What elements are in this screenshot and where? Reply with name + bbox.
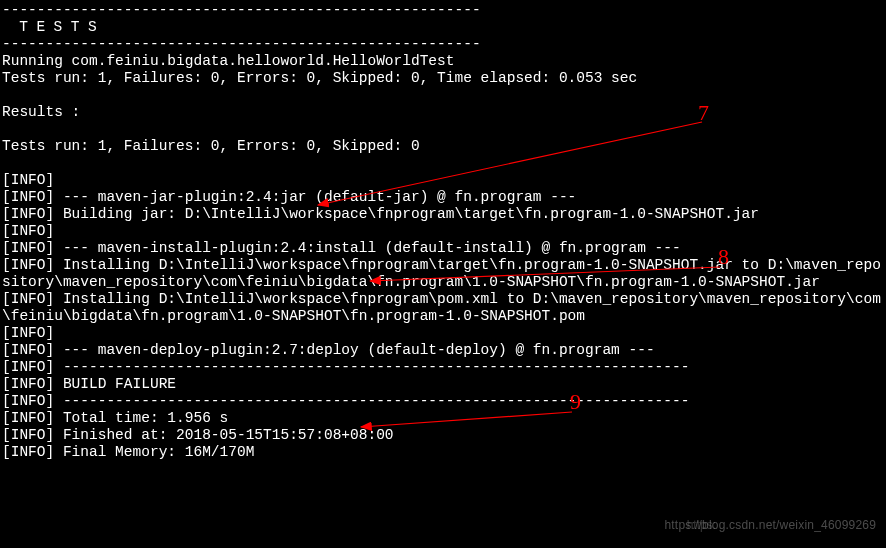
terminal-line: [INFO] ---------------------------------… [2, 393, 884, 410]
terminal-line: [INFO] BUILD FAILURE [2, 376, 884, 393]
terminal-line: TESTS [2, 19, 884, 36]
terminal-line: Tests run: 1, Failures: 0, Errors: 0, Sk… [2, 70, 884, 87]
terminal-line: [INFO] --- maven-install-plugin:2.4:inst… [2, 240, 884, 257]
watermark-text: https://blog.csdn.net/weixin_46099269 [664, 517, 876, 534]
terminal-line: [INFO] Installing D:\IntelliJ\workspace\… [2, 291, 884, 325]
terminal-line: ----------------------------------------… [2, 36, 884, 53]
terminal-line: [INFO] Total time: 1.956 s [2, 410, 884, 427]
terminal-line: Results : [2, 104, 884, 121]
terminal-line: [INFO] Building jar: D:\IntelliJ\workspa… [2, 206, 884, 223]
terminal-line [2, 155, 884, 172]
terminal-line: [INFO] ---------------------------------… [2, 359, 884, 376]
terminal-line: [INFO] [2, 223, 884, 240]
terminal-line: [INFO] Final Memory: 16M/170M [2, 444, 884, 461]
terminal-line: ----------------------------------------… [2, 2, 884, 19]
terminal-line: Running com.feiniu.bigdata.helloworld.He… [2, 53, 884, 70]
terminal-line: [INFO] [2, 172, 884, 189]
terminal-line: Tests run: 1, Failures: 0, Errors: 0, Sk… [2, 138, 884, 155]
terminal-output: ----------------------------------------… [0, 0, 886, 463]
terminal-line: [INFO] Installing D:\IntelliJ\workspace\… [2, 257, 884, 291]
terminal-line [2, 87, 884, 104]
terminal-line: [INFO] --- maven-jar-plugin:2.4:jar (def… [2, 189, 884, 206]
terminal-line [2, 121, 884, 138]
terminal-line: [INFO] [2, 325, 884, 342]
terminal-line: [INFO] --- maven-deploy-plugin:2.7:deplo… [2, 342, 884, 359]
terminal-line: [INFO] Finished at: 2018-05-15T15:57:08+… [2, 427, 884, 444]
